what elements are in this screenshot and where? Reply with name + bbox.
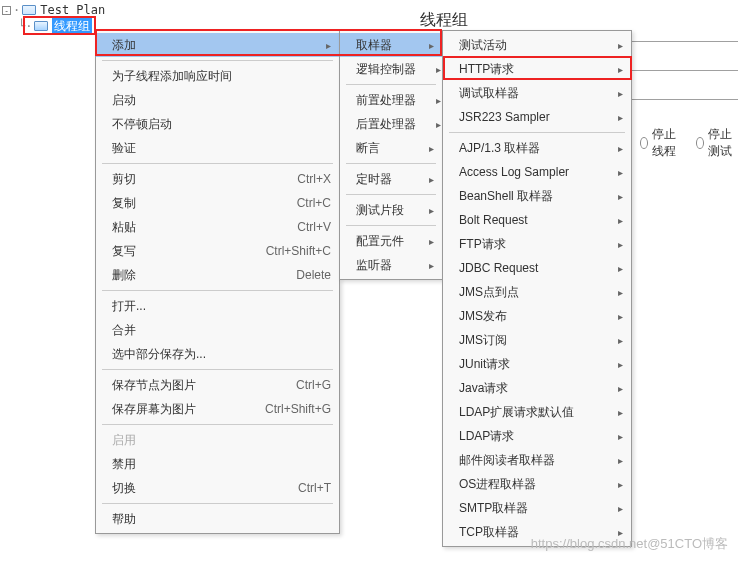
chevron-right-icon: ▸ (618, 239, 623, 250)
menu-item[interactable]: 配置元件▸ (340, 229, 442, 253)
submenu-sampler: 测试活动▸HTTP请求▸调试取样器▸JSR223 Sampler▸AJP/1.3… (442, 30, 632, 547)
chevron-right-icon: ▸ (618, 455, 623, 466)
tree-root-label: Test Plan (40, 3, 105, 17)
chevron-right-icon: ▸ (618, 88, 623, 99)
menu-item[interactable]: 选中部分保存为... (96, 342, 339, 366)
chevron-right-icon: ▸ (429, 236, 434, 247)
menu-item[interactable]: BeanShell 取样器▸ (443, 184, 631, 208)
menu-item[interactable]: 调试取样器▸ (443, 81, 631, 105)
tree-panel: - · Test Plan └· 线程组 (2, 2, 105, 34)
chevron-right-icon: ▸ (436, 95, 441, 106)
menu-item[interactable]: SMTP取样器▸ (443, 496, 631, 520)
menu-item[interactable]: 验证 (96, 136, 339, 160)
test-plan-icon (22, 5, 36, 15)
tree-child[interactable]: └· 线程组 (2, 18, 105, 34)
context-menu: 添加▸为子线程添加响应时间启动不停顿启动验证剪切Ctrl+X复制Ctrl+C粘贴… (95, 30, 340, 534)
menu-item[interactable]: 不停顿启动 (96, 112, 339, 136)
menu-item[interactable]: 后置处理器▸ (340, 112, 442, 136)
menu-item[interactable]: 逻辑控制器▸ (340, 57, 442, 81)
chevron-right-icon: ▸ (618, 479, 623, 490)
tree-child-label: 线程组 (52, 18, 92, 35)
chevron-right-icon: ▸ (618, 112, 623, 123)
chevron-right-icon: ▸ (618, 263, 623, 274)
chevron-right-icon: ▸ (326, 40, 331, 51)
thread-group-icon (34, 21, 48, 31)
menu-item[interactable]: AJP/1.3 取样器▸ (443, 136, 631, 160)
chevron-right-icon: ▸ (436, 64, 441, 75)
menu-item[interactable]: 邮件阅读者取样器▸ (443, 448, 631, 472)
chevron-right-icon: ▸ (429, 260, 434, 271)
watermark: https://blog.csdn.net@51CTO博客 (531, 535, 728, 553)
chevron-right-icon: ▸ (429, 205, 434, 216)
menu-item[interactable]: 帮助 (96, 507, 339, 531)
chevron-right-icon: ▸ (618, 311, 623, 322)
chevron-right-icon: ▸ (618, 503, 623, 514)
menu-item[interactable]: 剪切Ctrl+X (96, 167, 339, 191)
chevron-right-icon: ▸ (618, 40, 623, 51)
chevron-right-icon: ▸ (429, 143, 434, 154)
menu-item[interactable]: FTP请求▸ (443, 232, 631, 256)
radio-stop-test[interactable]: 停止测试 (696, 126, 738, 160)
menu-item[interactable]: 启动 (96, 88, 339, 112)
menu-item[interactable]: 为子线程添加响应时间 (96, 64, 339, 88)
menu-item[interactable]: 切换Ctrl+T (96, 476, 339, 500)
menu-item[interactable]: 取样器▸ (340, 33, 442, 57)
menu-item[interactable]: 前置处理器▸ (340, 88, 442, 112)
menu-item[interactable]: 保存屏幕为图片Ctrl+Shift+G (96, 397, 339, 421)
chevron-right-icon: ▸ (618, 287, 623, 298)
radio-stop-thread[interactable]: 停止线程 (640, 126, 682, 160)
menu-item[interactable]: 粘贴Ctrl+V (96, 215, 339, 239)
chevron-right-icon: ▸ (618, 143, 623, 154)
menu-item[interactable]: JDBC Request▸ (443, 256, 631, 280)
chevron-right-icon: ▸ (436, 119, 441, 130)
menu-item[interactable]: 测试片段▸ (340, 198, 442, 222)
radio-group: 停止线程 停止测试 (640, 126, 738, 160)
chevron-right-icon: ▸ (618, 431, 623, 442)
chevron-right-icon: ▸ (429, 40, 434, 51)
chevron-right-icon: ▸ (618, 407, 623, 418)
menu-item[interactable]: JMS点到点▸ (443, 280, 631, 304)
submenu-add: 取样器▸逻辑控制器▸前置处理器▸后置处理器▸断言▸定时器▸测试片段▸配置元件▸监… (339, 30, 443, 280)
menu-item[interactable]: Access Log Sampler▸ (443, 160, 631, 184)
menu-item[interactable]: 合并 (96, 318, 339, 342)
menu-item[interactable]: 禁用 (96, 452, 339, 476)
tree-root[interactable]: - · Test Plan (2, 2, 105, 18)
chevron-right-icon: ▸ (618, 215, 623, 226)
menu-item[interactable]: 打开... (96, 294, 339, 318)
chevron-right-icon: ▸ (618, 167, 623, 178)
chevron-right-icon: ▸ (618, 359, 623, 370)
chevron-right-icon: ▸ (618, 383, 623, 394)
menu-item[interactable]: JUnit请求▸ (443, 352, 631, 376)
chevron-right-icon: ▸ (618, 64, 623, 75)
menu-item[interactable]: 添加▸ (96, 33, 339, 57)
panel-title: 线程组 (400, 10, 738, 31)
menu-item[interactable]: 复写Ctrl+Shift+C (96, 239, 339, 263)
menu-item[interactable]: LDAP请求▸ (443, 424, 631, 448)
menu-item[interactable]: HTTP请求▸ (443, 57, 631, 81)
menu-item[interactable]: 测试活动▸ (443, 33, 631, 57)
menu-item[interactable]: OS进程取样器▸ (443, 472, 631, 496)
menu-item[interactable]: LDAP扩展请求默认值▸ (443, 400, 631, 424)
menu-item[interactable]: JSR223 Sampler▸ (443, 105, 631, 129)
menu-item[interactable]: JMS订阅▸ (443, 328, 631, 352)
menu-item[interactable]: 断言▸ (340, 136, 442, 160)
menu-item[interactable]: 删除Delete (96, 263, 339, 287)
menu-item[interactable]: JMS发布▸ (443, 304, 631, 328)
menu-item[interactable]: Java请求▸ (443, 376, 631, 400)
menu-item[interactable]: 复制Ctrl+C (96, 191, 339, 215)
menu-item: 启用 (96, 428, 339, 452)
chevron-right-icon: ▸ (618, 335, 623, 346)
chevron-right-icon: ▸ (429, 174, 434, 185)
menu-item[interactable]: 定时器▸ (340, 167, 442, 191)
menu-item[interactable]: Bolt Request▸ (443, 208, 631, 232)
menu-item[interactable]: 监听器▸ (340, 253, 442, 277)
menu-item[interactable]: 保存节点为图片Ctrl+G (96, 373, 339, 397)
chevron-right-icon: ▸ (618, 191, 623, 202)
collapse-icon[interactable]: - (2, 6, 11, 15)
